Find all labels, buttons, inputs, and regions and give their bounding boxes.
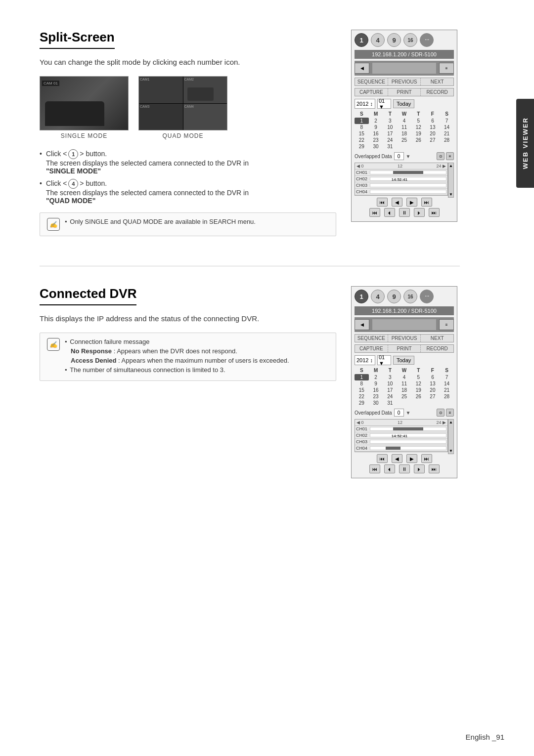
pb2-end[interactable]: ⏭ [429,464,440,473]
dvr2-btn-4[interactable]: 4 [371,290,385,303]
dvr-next[interactable]: NEXT [421,78,453,85]
dvr2-cal-row-2: 89 1011 1213 14 [355,380,454,387]
pb2-pause[interactable]: ⏸ [399,464,410,473]
pb-step-back[interactable]: ⏴ [384,208,395,217]
dvr2-cal-row-5: 2930 31 [355,400,454,406]
pb-back[interactable]: ◀ [392,198,402,207]
dvr2-record[interactable]: RECORD [421,345,453,352]
split-screen-title: Split-Screen [40,30,115,49]
dvr2-next[interactable]: NEXT [421,335,453,342]
timeline-scrollbar[interactable]: ▲ ▼ [448,163,454,198]
pb-pause[interactable]: ⏸ [399,208,410,217]
dvr2-cal-row-1: 1 23 45 67 [355,374,454,380]
timeline2-scrollbar[interactable]: ▲ ▼ [448,419,454,454]
pb2-step-fwd[interactable]: ⏵ [414,464,425,473]
dvr-icon-2[interactable]: ≡ [446,152,454,160]
dvr-widget-bottom: 1 4 9 16 ⋯ 192.168.1.200 / SDR-5100 ◀ [351,286,457,478]
ch01-bar [370,170,446,174]
dvr2-sequence[interactable]: SEQUENCE [355,335,388,342]
timeline2-scale: ◀ 0 12 24 ▶ [355,420,447,426]
dvr2-calendar: SMT WTFS 1 23 45 67 89 1011 [355,368,454,406]
dvr2-today-btn[interactable]: Today [393,356,414,365]
pb-start[interactable]: ⏮ [369,208,380,217]
dvr2-fwd-btn[interactable]: ≡ [439,319,454,330]
pb-fforward[interactable]: ⏭ [421,198,432,207]
dvr-icon-1[interactable]: ⊙ [437,152,445,160]
pb2-rewind[interactable]: ⏮ [377,454,388,463]
dvr-capture[interactable]: CAPTURE [355,88,388,96]
pb2-step-back[interactable]: ⏴ [384,464,395,473]
ch04-bar2 [370,446,446,450]
dvr-overlap-row: Overlapped Data 0 ▼ ⊙ ≡ [355,152,454,160]
dvr-year[interactable]: 2012 ↕ [355,99,375,109]
dvr-month[interactable]: 01 ▼ [377,99,391,109]
dvr2-cal-row-3: 1516 1718 1920 21 [355,387,454,393]
web-viewer-tab[interactable]: WEB VIEWER [516,99,534,188]
playback2-row-2: ⏮ ⏴ ⏸ ⏵ ⏭ [355,464,454,473]
pb-step-fwd[interactable]: ⏵ [414,208,425,217]
dvr-print[interactable]: PRINT [388,88,421,96]
pb-end[interactable]: ⏭ [429,208,440,217]
ch04-row: CH04 [355,189,447,195]
dvr-cal-row-5: 29 30 31 [355,143,454,150]
dvr2-date-row: 2012 ↕ 01 ▼ Today [355,355,454,365]
dvr2-btn-1[interactable]: 1 [355,290,368,303]
dvr-btn-4[interactable]: 4 [371,33,385,47]
dvr2-btn-extra[interactable]: ⋯ [420,290,434,303]
split-screen-section: Split-Screen You can change the split mo… [40,30,460,236]
ch03-row: CH03 [355,182,447,189]
dvr2-btn-9[interactable]: 9 [387,290,401,303]
connected-note-icon: ✍ [47,338,60,351]
page-footer: English _91 [466,733,504,741]
bullet-item-1: • Click <1> button. The screen displays … [40,149,336,175]
split-note-box: ✍ ▪ Only SINGLE and QUAD MODE are availa… [40,212,336,236]
pb-play[interactable]: ▶ [406,198,417,207]
ch04-bar [370,190,446,194]
ch03-bar [370,183,446,187]
dvr2-print[interactable]: PRINT [388,345,421,352]
dvr-calendar: S M T W T F S 1 2 3 [355,111,454,150]
dvr-previous[interactable]: PREVIOUS [388,78,421,85]
dvr-back-btn[interactable]: ◀ [355,63,369,74]
dvr2-ip-bar: 192.168.1.200 / SDR-5100 [355,306,454,315]
dvr2-timeline: ◀ 0 12 24 ▶ CH01 [355,419,448,452]
web-viewer-label: WEB VIEWER [522,117,529,169]
dvr-cal-header: S M T W T F S [355,111,454,117]
pb2-fforward[interactable]: ⏭ [421,454,432,463]
dvr2-capture-row: CAPTURE PRINT RECORD [355,344,454,353]
note-icon: ✍ [47,218,60,231]
quad-mode-label: QUAD MODE [138,132,227,139]
pb-rewind[interactable]: ⏮ [377,198,388,207]
dvr-btn-16[interactable]: 16 [403,33,417,47]
dvr2-month[interactable]: 01 ▼ [377,355,391,365]
dvr2-btn-16[interactable]: 16 [403,290,417,303]
dvr-cal-row-4: 22 23 24 25 26 27 28 [355,137,454,143]
dvr-nav-row: SEQUENCE PREVIOUS NEXT [355,78,454,86]
dvr2-timeline-wrapper: ◀ 0 12 24 ▶ CH01 [355,419,454,454]
dvr-record[interactable]: RECORD [421,88,453,96]
overlap-value: 0 [394,152,404,160]
dvr-today-btn[interactable]: Today [393,99,414,108]
single-mode-text: "SINGLE MODE" [46,167,101,175]
dvr2-previous[interactable]: PREVIOUS [388,335,421,342]
dvr2-year[interactable]: 2012 ↕ [355,355,375,365]
single-mode-screenshot: CAM 01 [40,76,129,130]
pb2-start[interactable]: ⏮ [369,464,380,473]
connected-note-content: ▪ Connection failure message No Response… [65,338,289,376]
dvr-cal-row-3: 15 16 17 18 19 20 21 [355,130,454,137]
pb2-back[interactable]: ◀ [392,454,402,463]
dvr2-back-btn[interactable]: ◀ [355,319,369,330]
btn-1-circle: 1 [68,149,78,159]
dvr-btn-extra[interactable]: ⋯ [420,33,434,47]
dvr2-icon-1[interactable]: ⊙ [437,409,445,417]
pb2-play[interactable]: ▶ [406,454,417,463]
ch01-row2: CH01 [355,426,447,432]
dvr-fwd-btn[interactable]: ≡ [439,63,454,74]
dvr2-capture[interactable]: CAPTURE [355,345,388,352]
connected-dvr-section: Connected DVR This displays the IP addre… [40,286,460,478]
dvr-btn-1[interactable]: 1 [355,33,368,47]
dvr-capture-row: CAPTURE PRINT RECORD [355,88,454,96]
dvr-btn-9[interactable]: 9 [387,33,401,47]
dvr-sequence[interactable]: SEQUENCE [355,78,388,85]
dvr2-icon-2[interactable]: ≡ [446,409,454,417]
